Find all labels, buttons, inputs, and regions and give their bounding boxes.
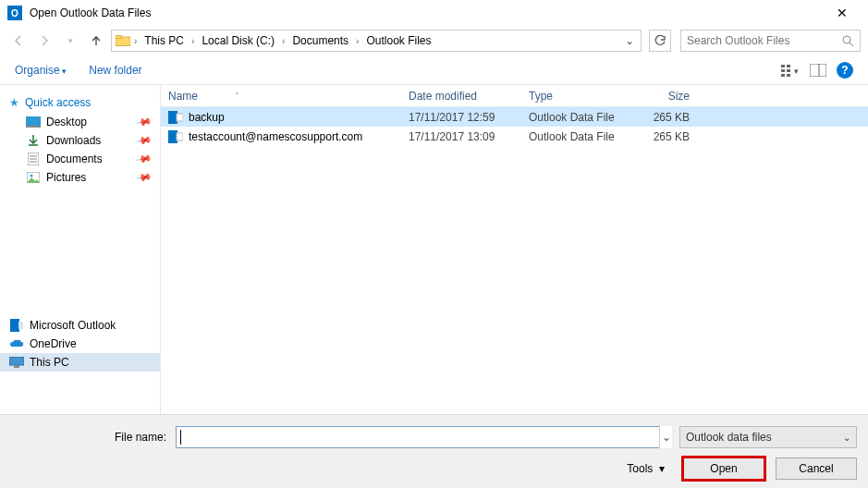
quick-access-label: Quick access [25, 96, 91, 109]
new-folder-button[interactable]: New folder [89, 64, 141, 77]
sidebar-item-thispc[interactable]: This PC [0, 353, 160, 372]
sidebar-item-label: Pictures [46, 171, 86, 184]
svg-rect-23 [18, 322, 23, 329]
file-type-filter[interactable]: Outlook data files ⌄ [679, 426, 857, 448]
preview-pane-button[interactable] [809, 62, 827, 79]
download-icon [26, 134, 41, 147]
file-size: 265 KB [632, 130, 697, 143]
sidebar-item-label: Microsoft Outlook [30, 319, 116, 332]
window-title: Open Outlook Data Files [30, 6, 151, 19]
outlook-icon [7, 6, 22, 20]
svg-rect-5 [781, 69, 785, 72]
breadcrumb-item[interactable]: Local Disk (C:) [198, 32, 278, 49]
title-bar: Open Outlook Data Files ✕ [0, 0, 868, 26]
svg-line-3 [850, 43, 853, 46]
cancel-button[interactable]: Cancel [776, 458, 857, 480]
file-type: Outlook Data File [521, 111, 632, 124]
file-row[interactable]: testaccount@namescosupport.com17/11/2017… [161, 127, 868, 146]
chevron-down-icon: ⌄ [843, 433, 850, 443]
filename-history-dropdown[interactable]: ⌄ [659, 426, 672, 448]
svg-rect-14 [26, 126, 41, 128]
file-name: testaccount@namescosupport.com [189, 130, 362, 143]
open-label: Open [710, 462, 737, 475]
svg-rect-7 [787, 65, 790, 67]
breadcrumb-item[interactable]: Documents [288, 32, 352, 49]
file-date: 17/11/2017 13:09 [401, 130, 521, 143]
filename-input[interactable] [176, 426, 666, 448]
column-type[interactable]: Type [521, 90, 632, 103]
forward-button[interactable] [33, 30, 55, 52]
file-size: 265 KB [632, 111, 697, 124]
svg-rect-1 [116, 35, 121, 38]
search-icon [842, 35, 854, 47]
file-name: backup [189, 111, 225, 124]
svg-text:▾: ▾ [794, 67, 799, 76]
sidebar-item-pictures[interactable]: Pictures 📌 [0, 168, 160, 187]
main-area: ★ Quick access Desktop 📌 Downloads 📌 Doc… [0, 85, 868, 414]
sidebar-item-label: This PC [30, 356, 69, 369]
pc-icon [9, 356, 24, 369]
tools-button[interactable]: Tools ▾ [627, 462, 665, 475]
pst-file-icon [168, 111, 183, 124]
recent-dropdown[interactable]: ▾ [59, 30, 81, 52]
pin-icon: 📌 [136, 151, 153, 168]
sidebar-item-documents[interactable]: Documents 📌 [0, 150, 160, 168]
open-button[interactable]: Open [683, 458, 764, 480]
svg-rect-25 [14, 365, 19, 368]
filter-label: Outlook data files [686, 431, 772, 444]
search-input[interactable]: Search Outlook Files [680, 30, 861, 52]
back-button[interactable] [7, 30, 30, 52]
refresh-button[interactable] [649, 30, 671, 52]
close-button[interactable]: ✕ [824, 6, 861, 20]
file-date: 17/11/2017 12:59 [401, 111, 521, 124]
organise-button[interactable]: Organise [15, 64, 67, 77]
sidebar-item-desktop[interactable]: Desktop 📌 [0, 113, 160, 131]
pin-icon: 📌 [136, 169, 153, 187]
desktop-icon [26, 116, 41, 128]
search-placeholder: Search Outlook Files [687, 34, 789, 47]
svg-rect-24 [9, 357, 24, 365]
svg-rect-6 [781, 74, 785, 77]
sidebar-item-label: Desktop [46, 116, 87, 128]
address-dropdown[interactable]: ⌄ [622, 34, 637, 47]
documents-icon [26, 152, 41, 165]
address-bar[interactable]: › This PC › Local Disk (C:) › Documents … [111, 30, 642, 52]
breadcrumb-item[interactable]: Outlook Files [362, 32, 434, 49]
column-date[interactable]: Date modified [401, 90, 521, 103]
file-type: Outlook Data File [521, 130, 632, 143]
pictures-icon [26, 171, 41, 184]
up-button[interactable] [85, 30, 107, 52]
svg-rect-9 [787, 74, 790, 77]
column-label: Name [168, 90, 198, 103]
bottom-panel: File name: ⌄ Outlook data files ⌄ Tools … [0, 414, 868, 488]
pst-file-icon [168, 130, 183, 143]
svg-point-21 [31, 175, 33, 177]
column-name[interactable]: Name ˄ [161, 90, 401, 103]
breadcrumb-item[interactable]: This PC [141, 32, 188, 49]
help-button[interactable]: ? [837, 62, 853, 79]
svg-rect-13 [26, 116, 41, 126]
sidebar-item-outlook[interactable]: Microsoft Outlook [0, 316, 160, 335]
filename-label: File name: [11, 431, 168, 444]
tools-label: Tools [627, 462, 653, 475]
view-options-button[interactable]: ▾ [781, 62, 800, 79]
chevron-right-icon: › [354, 36, 361, 46]
svg-rect-11 [810, 64, 826, 77]
sidebar-item-downloads[interactable]: Downloads 📌 [0, 131, 160, 150]
svg-rect-8 [787, 69, 790, 72]
quick-access-header[interactable]: ★ Quick access [0, 92, 160, 113]
pin-icon: 📌 [136, 114, 153, 131]
chevron-right-icon: › [132, 36, 139, 46]
column-size[interactable]: Size [632, 90, 697, 103]
folder-icon [116, 34, 130, 47]
toolbar: Organise New folder ▾ ? [0, 55, 868, 85]
chevron-right-icon: › [189, 36, 196, 46]
cancel-label: Cancel [799, 462, 833, 475]
sidebar-item-onedrive[interactable]: OneDrive [0, 335, 160, 353]
nav-bar: ▾ › This PC › Local Disk (C:) › Document… [0, 26, 868, 55]
onedrive-icon [9, 337, 24, 350]
sidebar: ★ Quick access Desktop 📌 Downloads 📌 Doc… [0, 85, 161, 414]
column-headers: Name ˄ Date modified Type Size [161, 85, 868, 107]
file-row[interactable]: backup17/11/2017 12:59Outlook Data File2… [161, 107, 868, 127]
svg-rect-29 [177, 133, 183, 140]
